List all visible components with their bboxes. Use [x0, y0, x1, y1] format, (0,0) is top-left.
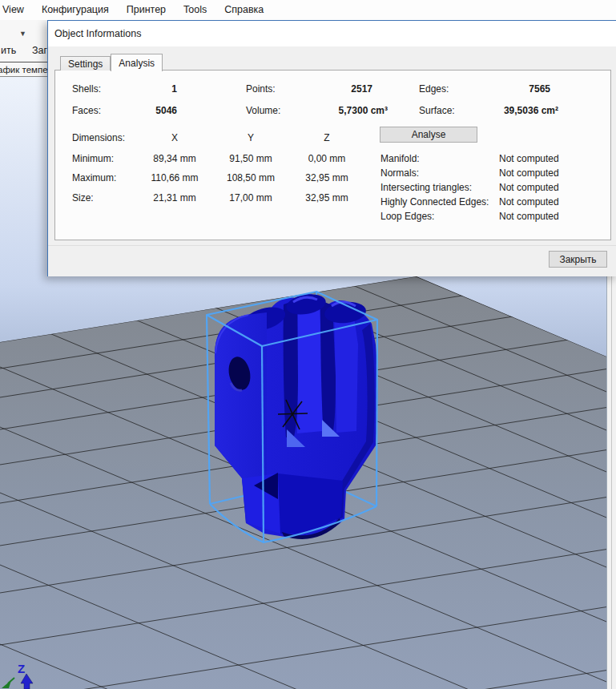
- column-z: Z: [291, 132, 363, 143]
- analysis-tab-page: Shells: 1 Points: 2517 Edges: 7565 Faces…: [54, 70, 611, 240]
- surface-label: Surface:: [419, 105, 455, 116]
- analyse-button[interactable]: Analyse: [380, 127, 477, 143]
- chevron-down-icon[interactable]: ▼: [19, 30, 26, 38]
- points-value: 2517: [296, 83, 372, 95]
- left-toolbar-strip: ▼ ить Заг афик темпе: [0, 20, 47, 77]
- manifold-value: Not computed: [499, 153, 559, 164]
- tab-settings[interactable]: Settings: [60, 56, 111, 71]
- menu-item-view[interactable]: View: [0, 0, 33, 20]
- points-label: Points:: [246, 83, 276, 95]
- dialog-footer: Закрыть: [48, 245, 616, 276]
- toolbar-button-load-fragment[interactable]: Заг: [32, 45, 47, 56]
- toolbar-divider: [0, 62, 47, 62]
- shells-label: Shells:: [72, 83, 101, 95]
- intersecting-triangles-label: Intersecting triangles:: [380, 182, 472, 193]
- highly-connected-edges-value: Not computed: [499, 196, 559, 208]
- object-informations-dialog: Object Informations Settings Analysis Sh…: [47, 20, 616, 276]
- normals-value: Not computed: [499, 167, 559, 179]
- size-y: 17,00 mm: [215, 192, 287, 203]
- temperature-graph-tab-fragment[interactable]: афик темпе: [0, 65, 47, 75]
- edges-label: Edges:: [419, 83, 449, 95]
- menu-item-printer[interactable]: Принтер: [118, 0, 175, 20]
- toolbar-button-save-fragment[interactable]: ить: [1, 45, 16, 56]
- size-x: 21,31 mm: [139, 192, 211, 203]
- minimum-label: Minimum:: [72, 153, 114, 164]
- tab-analysis[interactable]: Analysis: [111, 54, 163, 71]
- loop-edges-value: Not computed: [499, 211, 559, 222]
- dialog-tab-strip: Settings Analysis: [60, 54, 163, 71]
- highly-connected-edges-label: Highly Connected Edges:: [380, 196, 489, 208]
- maximum-label: Maximum:: [72, 172, 116, 183]
- edges-value: 7565: [472, 83, 550, 95]
- faces-label: Faces:: [72, 105, 101, 116]
- panel-splitter[interactable]: [611, 276, 612, 689]
- size-z: 32,95 mm: [291, 192, 363, 203]
- minimum-y: 91,50 mm: [215, 153, 287, 164]
- dimensions-label: Dimensions:: [72, 132, 125, 143]
- menu-item-tools[interactable]: Tools: [175, 0, 215, 20]
- right-panel-edge: [606, 276, 616, 689]
- shells-value: 1: [119, 83, 177, 95]
- menu-item-configuration[interactable]: Конфигурация: [33, 0, 118, 20]
- minimum-x: 89,34 mm: [139, 153, 211, 164]
- manifold-label: Manifold:: [380, 153, 420, 164]
- normals-label: Normals:: [380, 167, 419, 179]
- fin3-front-face: [334, 304, 358, 433]
- maximum-x: 110,66 mm: [139, 172, 211, 183]
- dialog-title: Object Informations: [48, 21, 616, 46]
- size-label: Size:: [72, 192, 94, 203]
- close-button[interactable]: Закрыть: [549, 251, 607, 268]
- volume-label: Volume:: [246, 105, 280, 116]
- faces-value: 5046: [119, 105, 177, 116]
- maximum-z: 32,95 mm: [291, 172, 363, 183]
- menu-item-help[interactable]: Справка: [215, 0, 272, 20]
- volume-value: 5,7300 cm³: [296, 105, 388, 116]
- menu-bar: View Конфигурация Принтер Tools Справка: [0, 0, 616, 20]
- intersecting-triangles-value: Not computed: [499, 182, 559, 193]
- column-x: X: [139, 132, 211, 143]
- loop-edges-label: Loop Edges:: [380, 211, 434, 222]
- maximum-y: 108,50 mm: [215, 172, 287, 183]
- z-axis-label: Z: [18, 662, 25, 675]
- surface-value: 39,5036 cm²: [472, 105, 558, 116]
- minimum-z: 0,00 mm: [291, 153, 363, 164]
- column-y: Y: [215, 132, 287, 143]
